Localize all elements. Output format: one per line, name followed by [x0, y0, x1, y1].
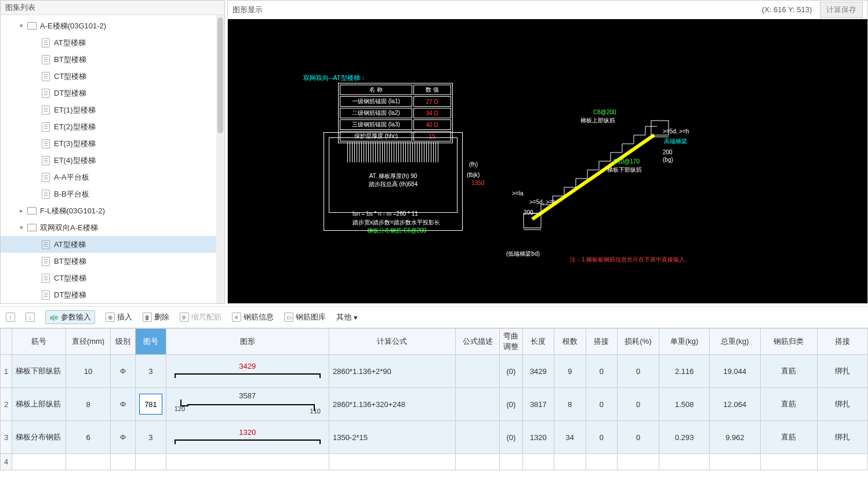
tree-leaf[interactable]: B-B平台板 — [1, 186, 224, 202]
grid-header[interactable]: 搭接 — [586, 329, 618, 355]
formula[interactable]: 1350-2*15 — [329, 421, 455, 454]
lap[interactable]: 0 — [586, 355, 618, 388]
category[interactable]: 直筋 — [760, 421, 817, 454]
grid-header[interactable]: 直径(mm) — [66, 329, 110, 355]
tree-group-dual[interactable]: ▾ 双网双向A-E楼梯 — [1, 219, 224, 236]
tie-method[interactable]: 绑扎 — [817, 388, 867, 421]
tree-group-fl[interactable]: ▸ F-L楼梯(03G101-2) — [1, 202, 224, 219]
scale-rebar-button[interactable]: ⊪缩尺配筋 — [180, 312, 221, 322]
shape-cell[interactable]: 3429 — [166, 355, 329, 388]
category[interactable]: 直筋 — [760, 388, 817, 421]
grid-header[interactable]: 弯曲调整 — [500, 329, 522, 355]
tree-leaf[interactable]: CT型楼梯 — [1, 68, 224, 85]
table-row-empty[interactable]: 4 — [1, 454, 868, 470]
other-dropdown[interactable]: 其他 ▾ — [336, 312, 358, 322]
tree-leaf[interactable]: AT型楼梯 — [1, 236, 224, 253]
formula[interactable]: 2860*1.136+2*90 — [329, 355, 455, 388]
tree-body[interactable]: ▾ A-E楼梯(03G101-2) AT型楼梯BT型楼梯CT型楼梯DT型楼梯ET… — [1, 15, 224, 303]
tree-leaf[interactable]: ET(1)型楼梯 — [1, 101, 224, 118]
total-weight[interactable]: 9.962 — [710, 421, 760, 454]
expand-icon[interactable]: ▸ — [18, 207, 25, 215]
grid-header[interactable]: 钢筋归类 — [760, 329, 817, 355]
grade[interactable]: Φ — [110, 421, 136, 454]
tree-leaf[interactable]: DT型楼梯 — [1, 286, 224, 303]
cad-canvas[interactable]: 双网双向--AT型楼梯： 名 称数 值 一级钢筋锚固 (la1)27 D 二级钢… — [228, 19, 867, 303]
insert-button[interactable]: ⊕插入 — [106, 312, 132, 322]
unit-weight[interactable]: 0.293 — [659, 421, 710, 454]
tree-leaf[interactable]: ET(2)型楼梯 — [1, 118, 224, 135]
category[interactable]: 直筋 — [760, 355, 817, 388]
formula-desc[interactable] — [456, 421, 500, 454]
grade[interactable]: Φ — [110, 355, 136, 388]
grid-header[interactable]: 根数 — [554, 329, 586, 355]
total-weight[interactable]: 12.064 — [710, 388, 760, 421]
rebar-name[interactable]: 梯板下部纵筋 — [12, 355, 66, 388]
move-down-button[interactable]: ↓ — [26, 313, 35, 322]
formula[interactable]: 2860*1.136+320+248 — [329, 388, 455, 421]
delete-button[interactable]: 🗑删除 — [143, 312, 169, 322]
formula-desc[interactable] — [456, 355, 500, 388]
loss[interactable]: 0 — [618, 421, 659, 454]
collapse-icon[interactable]: ▾ — [18, 224, 25, 231]
tree-leaf[interactable]: ET(3)型楼梯 — [1, 135, 224, 152]
tree-leaf[interactable]: BT型楼梯 — [1, 253, 224, 270]
rebar-info-button[interactable]: ≡钢筋信息 — [232, 312, 274, 322]
grid-header[interactable]: 长度 — [522, 329, 554, 355]
grid-header[interactable]: 图号 — [136, 329, 166, 355]
tree-leaf[interactable]: ET(4)型楼梯 — [1, 152, 224, 169]
collapse-icon[interactable]: ▾ — [18, 22, 25, 30]
unit-weight[interactable]: 2.116 — [659, 355, 710, 388]
fig-id-cell[interactable]: 3 — [136, 421, 166, 454]
tree-leaf[interactable]: A-A平台板 — [1, 169, 224, 186]
count[interactable]: 8 — [554, 388, 586, 421]
tree-leaf[interactable]: AT型楼梯 — [1, 34, 224, 51]
bend-adj[interactable]: (0) — [500, 388, 522, 421]
tie-method[interactable]: 绑扎 — [817, 421, 867, 454]
total-weight[interactable]: 19.044 — [710, 355, 760, 388]
bend-adj[interactable]: (0) — [500, 421, 522, 454]
lap[interactable]: 0 — [586, 388, 618, 421]
tie-method[interactable]: 绑扎 — [817, 355, 867, 388]
table-row[interactable]: 2梯板上部纵筋8Φ35871201102860*1.136+320+248(0)… — [1, 388, 868, 421]
move-up-button[interactable]: ↑ — [6, 313, 15, 322]
grid-header[interactable]: 单重(kg) — [659, 329, 710, 355]
table-row[interactable]: 3梯板分布钢筋6Φ313201350-2*15(0)132034000.2939… — [1, 421, 868, 454]
grid-header[interactable]: 公式描述 — [456, 329, 500, 355]
tree-leaf[interactable]: BT型楼梯 — [1, 51, 224, 68]
length[interactable]: 3817 — [522, 388, 554, 421]
loss[interactable]: 0 — [618, 388, 659, 421]
calculate-save-button[interactable]: 计算保存 — [820, 2, 863, 18]
rebar-name[interactable]: 梯板上部纵筋 — [12, 388, 66, 421]
grid-header[interactable]: 搭接 — [817, 329, 867, 355]
tree-leaf[interactable]: CT型楼梯 — [1, 270, 224, 286]
grid-header[interactable]: 图形 — [166, 329, 329, 355]
rebar-lib-button[interactable]: ▭钢筋图库 — [284, 312, 326, 322]
fig-id-input[interactable] — [139, 394, 162, 415]
tree-group-ae[interactable]: ▾ A-E楼梯(03G101-2) — [1, 17, 224, 34]
tree-leaf[interactable]: DT型楼梯 — [1, 85, 224, 101]
length[interactable]: 3429 — [522, 355, 554, 388]
rebar-name[interactable]: 梯板分布钢筋 — [12, 421, 66, 454]
shape-cell[interactable]: 3587120110 — [166, 388, 329, 421]
shape-cell[interactable]: 1320 — [166, 421, 329, 454]
grid-header[interactable]: 筋号 — [12, 329, 66, 355]
param-input-button[interactable]: a|e参数输入 — [45, 310, 95, 324]
unit-weight[interactable]: 1.508 — [659, 388, 710, 421]
grid-header[interactable]: 损耗(%) — [618, 329, 659, 355]
length[interactable]: 1320 — [522, 421, 554, 454]
grade[interactable]: Φ — [110, 388, 136, 421]
diameter[interactable]: 8 — [66, 388, 110, 421]
formula-desc[interactable] — [456, 388, 500, 421]
count[interactable]: 9 — [554, 355, 586, 388]
table-row[interactable]: 1梯板下部纵筋10Φ334292860*1.136+2*90(0)3429900… — [1, 355, 868, 388]
count[interactable]: 34 — [554, 421, 586, 454]
diameter[interactable]: 10 — [66, 355, 110, 388]
fig-id-cell[interactable] — [136, 388, 166, 421]
rebar-grid-wrap[interactable]: 筋号直径(mm)级别图号图形计算公式公式描述弯曲调整长度根数搭接损耗(%)单重(… — [0, 328, 868, 494]
grid-header[interactable]: 总重(kg) — [710, 329, 760, 355]
diameter[interactable]: 6 — [66, 421, 110, 454]
scrollbar[interactable] — [216, 15, 224, 303]
grid-header[interactable]: 计算公式 — [329, 329, 455, 355]
bend-adj[interactable]: (0) — [500, 355, 522, 388]
loss[interactable]: 0 — [618, 355, 659, 388]
